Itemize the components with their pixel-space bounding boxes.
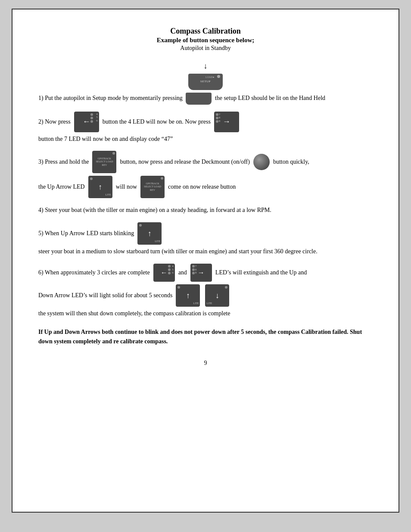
- s3c-text: button quickly,: [273, 157, 309, 167]
- up-arrow-button-blink: ↑ LITE: [137, 222, 162, 245]
- s2c-text: button the 7 LED will now be on and disp…: [38, 134, 173, 144]
- section-3-row1: 3) Press and hold the GPSTRACK SELECT LO…: [38, 151, 373, 173]
- setup-arrow-area: ↓ SETUP LOAD●: [38, 59, 373, 90]
- right-arrow-symbol: →: [223, 115, 230, 128]
- lite-label-blink: LITE: [155, 239, 160, 243]
- load-label: LOAD●: [206, 75, 214, 79]
- gpstrack-button-image-2: GPSTRACK SELECT LOAD REV: [140, 176, 165, 198]
- page-subtitle: Example of button sequence below;: [38, 37, 373, 44]
- s6a-text: 6) When approximately 3 circles are comp…: [38, 268, 150, 278]
- up-arrow-solid: ↑ LITE: [176, 284, 200, 307]
- s5b-text: steer your boat in a medium to slow star…: [38, 246, 318, 257]
- section-3: 3) Press and hold the GPSTRACK SELECT LO…: [38, 151, 373, 198]
- arrow-right-button-s6: 7 8 9 →: [190, 264, 212, 282]
- led-8: [216, 117, 218, 119]
- leds-s6-right: [192, 265, 195, 274]
- warning-text: If Up and Down Arrows both continue to b…: [38, 329, 362, 345]
- gpstrack-labels: GPSTRACK SELECT LOAD REV: [96, 157, 113, 167]
- gpstrack-label1: GPSTRACK: [98, 157, 111, 161]
- gpstrack-label2-2: SELECT LOAD: [144, 185, 161, 189]
- left-arrow-s6: ←: [161, 267, 168, 278]
- led-7: [216, 113, 218, 116]
- s1-inline-btn: [186, 93, 212, 105]
- deckmount-button-image: [253, 154, 270, 170]
- section-1-text: 1) Put the autopilot in Setup mode by mo…: [38, 93, 373, 105]
- arrow-left-button-s6: 4 5 6 ←: [153, 264, 175, 282]
- s4-text: 4) Steer your boat (with the tiller or m…: [38, 207, 271, 213]
- s6c-text: LED’s will extinguish and the Up and: [215, 268, 307, 278]
- up-arrow-button-image-1: ↑ LITE: [88, 176, 112, 198]
- section-1: ↓ SETUP LOAD● 1) Put the autopilot in Se…: [38, 59, 373, 105]
- gpstrack-label1-2: GPSTRACK: [146, 182, 159, 186]
- gpstrack-label3-2: REV: [150, 189, 155, 192]
- page-title: Compass Calibration: [38, 27, 373, 36]
- lite-label-solid: LITE: [193, 301, 199, 305]
- right-arrow-s6: →: [198, 267, 205, 278]
- s1-text: 1) Put the autopilot in Setup mode by mo…: [38, 95, 183, 101]
- page-subtext: Autopilot in Standby: [38, 45, 373, 52]
- gpstrack-labels-2: GPSTRACK SELECT LOAD REV: [144, 182, 161, 192]
- arrow-right-button-image: 7 8 9 →: [214, 112, 239, 132]
- down-arrow-solid: ↓ LITE: [205, 284, 229, 307]
- down-arrow-indicator: ↓: [38, 59, 373, 73]
- num-labels-left: 4 5 6: [96, 113, 98, 123]
- led-6: [90, 120, 93, 123]
- led-4: [90, 113, 93, 116]
- up-led-tl: [90, 177, 93, 180]
- left-arrow-symbol: ←: [83, 115, 90, 128]
- section-2: 2) Now press 4 5 6 ← button the 4 LED wi…: [38, 112, 373, 144]
- section-6-row2: Down Arrow LED’s will light solid for ab…: [38, 284, 373, 319]
- s5a-text: 5) When Up Arrow LED starts blinking: [38, 228, 134, 239]
- s6d-text: Down Arrow LED’s will light solid for ab…: [38, 290, 172, 301]
- down-led-solid: [225, 286, 227, 289]
- leds-s6-left: [168, 265, 171, 274]
- lite-label-1: LITE: [106, 193, 111, 197]
- s3d-text: the Up Arrow LED: [38, 182, 85, 192]
- page: Compass Calibration Example of button se…: [12, 9, 399, 513]
- leds-right: [216, 113, 218, 123]
- gpstrack-led: [112, 152, 115, 155]
- up-led-solid: [177, 286, 180, 289]
- nums-s6-right: 7 8 9: [195, 265, 197, 275]
- leds-left: [90, 113, 93, 123]
- section-6-row1: 6) When approximately 3 circles are comp…: [38, 264, 373, 282]
- setup-label: SETUP: [200, 79, 211, 84]
- gpstrack-label3: REV: [102, 164, 107, 167]
- s2a-text: 2) Now press: [38, 117, 71, 127]
- num-labels-right: 7 8 9: [219, 113, 221, 123]
- s1b-text: the setup LED should be lit on the Hand …: [215, 95, 325, 101]
- up-arrow-symbol-solid: ↑: [186, 289, 190, 302]
- setup-led: [217, 75, 220, 78]
- led-5: [90, 117, 93, 119]
- section-5: 5) When Up Arrow LED starts blinking ↑ L…: [38, 222, 373, 257]
- s6e-text: the system will then shut down completel…: [38, 308, 230, 319]
- s3e-text: will now: [116, 182, 137, 192]
- gpstrack-button-image: GPSTRACK SELECT LOAD REV: [92, 151, 116, 173]
- gpstrack-led-2: [161, 177, 163, 180]
- section-2-row: 2) Now press 4 5 6 ← button the 4 LED wi…: [38, 112, 373, 144]
- s6b-text: and: [178, 268, 187, 278]
- lite-label-down-solid: LITE: [206, 301, 212, 305]
- down-arrow-symbol-solid: ↓: [215, 289, 219, 302]
- up-arrow-symbol-blink: ↑: [148, 227, 152, 240]
- up-led-blink: [139, 224, 142, 227]
- page-number: 9: [38, 360, 373, 367]
- nums-s6-left: 4 5 6: [172, 265, 174, 275]
- gpstrack-label2: SELECT LOAD: [96, 160, 113, 164]
- s3a-text: 3) Press and hold the: [38, 157, 89, 167]
- s3b-text: button, now press and release the Deckmo…: [120, 157, 249, 167]
- section-4: 4) Steer your boat (with the tiller or m…: [38, 205, 373, 215]
- arrow-left-button-image: 4 5 6 ←: [74, 112, 99, 132]
- led-9: [216, 120, 218, 123]
- warning-section: If Up and Down Arrows both continue to b…: [38, 327, 373, 347]
- section-3-row2: the Up Arrow LED ↑ LITE will now GPSTRAC…: [38, 176, 373, 198]
- section-6: 6) When approximately 3 circles are comp…: [38, 264, 373, 319]
- s3f-text: come on now release button: [168, 182, 236, 192]
- up-arrow-symbol-1: ↑: [98, 180, 102, 194]
- setup-button-image: SETUP LOAD●: [188, 74, 223, 90]
- section-5-row: 5) When Up Arrow LED starts blinking ↑ L…: [38, 222, 373, 257]
- s2b-text: button the 4 LED will now be on. Now pre…: [103, 117, 211, 127]
